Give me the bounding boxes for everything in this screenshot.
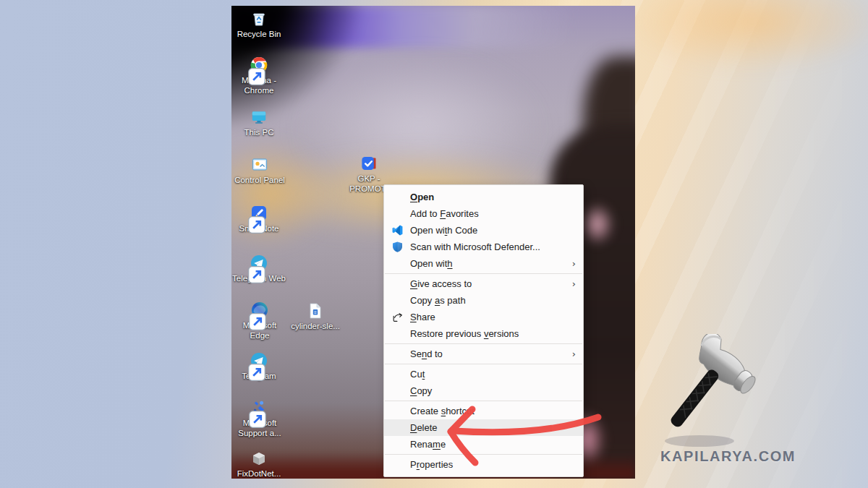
menu-item-label: Send to [410,348,443,359]
desktop-icon-label: This PC [244,128,274,138]
menu-item-send-to[interactable]: Send to› [384,346,583,362]
chrome-icon [250,56,268,74]
menu-item-open-with-code[interactable]: Open with Code [384,222,583,239]
smartnote-icon [250,205,268,222]
menu-item-copy[interactable]: Copy [384,382,583,399]
hammer-icon [655,334,778,450]
desktop-icon-mahima-chrome[interactable]: Mahima - Chrome [231,56,286,95]
desktop-icon-label: cylinder-sle... [291,322,340,332]
menu-item-label: Create shortcut [410,406,475,416]
desktop-icon-telegram[interactable]: Telegram [231,352,286,382]
menu-item-open[interactable]: Open [384,189,583,205]
desktop-icon-label: Recycle Bin [237,30,281,40]
menu-separator [385,273,582,274]
shortcut-arrow-icon [249,313,256,320]
box-icon [250,450,268,467]
desktop-icon-telegram-web[interactable]: Telegram Web [231,254,286,284]
desktop-icon-this-pc[interactable]: This PC [231,108,286,138]
background-warm-glow [622,0,868,72]
menu-item-restore-previous-versions[interactable]: Restore previous versions [384,325,583,342]
shortcut-arrow-icon [249,411,256,418]
page: Recycle BinMahima - ChromeThis PCControl… [0,0,868,488]
shortcut-arrow-icon [248,216,255,223]
menu-item-copy-as-path[interactable]: Copy as path [384,292,583,309]
telegram-icon [250,352,268,369]
menu-separator [385,454,582,455]
menu-item-give-access-to[interactable]: Give access to› [384,275,583,292]
menu-separator [385,343,582,344]
watermark: KAPILARYA.COM [655,334,807,479]
vscode-icon [391,224,404,236]
menu-item-label: Delete [410,422,438,433]
edge-icon [251,301,268,319]
shortcut-arrow-icon [248,68,255,75]
windows-desktop-screenshot: Recycle BinMahima - ChromeThis PCControl… [231,6,635,479]
submenu-chevron-icon: › [572,348,576,359]
menu-item-label: Open [410,192,434,202]
menu-item-cut[interactable]: Cut [384,366,583,382]
wallpaper-purple-band [231,6,635,48]
context-menu: OpenAdd to FavoritesOpen with CodeScan w… [383,184,584,477]
support-icon [251,399,268,416]
wallpaper-hair [583,56,635,179]
menu-item-properties[interactable]: Properties [384,456,583,473]
desktop-icon-cylinder-sle[interactable]: cylinder-sle... [288,302,343,332]
menu-item-share[interactable]: Share [384,309,583,325]
menu-item-label: Copy [410,385,432,396]
recycle-bin-icon [250,10,268,27]
menu-item-label: Share [410,312,435,322]
monitor-icon [250,108,268,126]
submenu-chevron-icon: › [572,257,576,268]
submenu-chevron-icon: › [572,278,576,288]
control-panel-icon [251,156,268,174]
menu-item-add-to-favorites[interactable]: Add to Favorites [384,205,583,222]
menu-item-label: Restore previous versions [410,328,519,339]
menu-item-label: Open with Code [410,225,477,236]
desktop-icon-microsoft-support[interactable]: Microsoft Support a... [232,399,287,438]
wallpaper-haze [297,56,542,201]
menu-item-label: Properties [410,459,453,470]
shortcut-arrow-icon [248,364,255,371]
menu-item-label: Open with [410,258,453,269]
watermark-text: KAPILARYA.COM [660,448,805,465]
desktop-icon-smartnote[interactable]: SmartNote [231,205,286,234]
todo-check-icon [360,155,378,172]
menu-item-label: Scan with Microsoft Defender... [410,241,540,252]
menu-item-label: Add to Favorites [410,208,479,219]
desktop-icon-label: FixDotNet... [237,469,281,479]
desktop-icon-recycle-bin[interactable]: Recycle Bin [231,10,286,40]
telegram-icon [250,254,268,272]
menu-item-open-with[interactable]: Open with› [384,255,583,272]
shortcut-arrow-icon [248,266,255,273]
menu-separator [385,401,582,401]
menu-item-label: Cut [410,369,425,380]
menu-item-delete[interactable]: Delete [384,419,583,436]
menu-item-create-shortcut[interactable]: Create shortcut [384,403,583,419]
menu-item-label: Give access to [410,278,472,289]
document-icon [307,302,324,320]
wallpaper-pink-flower [580,202,615,246]
share-icon [391,311,404,323]
defender-shield-icon [391,241,404,253]
menu-item-rename[interactable]: Rename [384,436,583,453]
menu-separator [385,364,582,364]
desktop-icon-microsoft-edge[interactable]: Microsoft Edge [232,301,287,341]
menu-item-scan-with-microsoft-defender[interactable]: Scan with Microsoft Defender... [384,239,583,255]
desktop-icon-fixdotnet[interactable]: FixDotNet... [231,450,286,479]
desktop-icon-control-panel[interactable]: Control Panel [232,156,287,186]
menu-item-label: Copy as path [410,295,466,306]
desktop-icon-label: Control Panel [234,176,285,186]
menu-item-label: Rename [410,439,446,450]
